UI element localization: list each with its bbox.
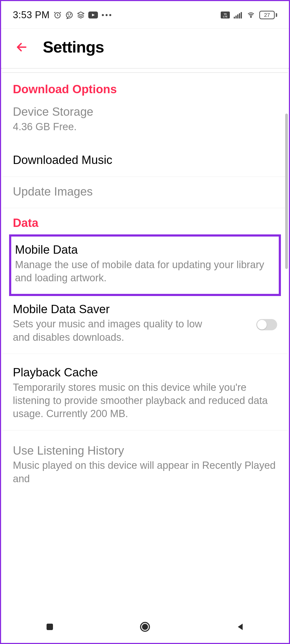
youtube-icon <box>88 12 98 18</box>
status-left: 3:53 PM ••• <box>13 9 113 21</box>
stack-icon <box>77 11 85 19</box>
history-sub: Music played on this device will appear … <box>13 459 277 485</box>
highlighted-row-mobile-data[interactable]: Mobile Data Manage the use of mobile dat… <box>9 234 281 296</box>
svg-rect-8 <box>237 14 238 18</box>
svg-text:LTE: LTE <box>223 15 227 18</box>
alarm-icon <box>54 11 62 19</box>
svg-point-15 <box>143 624 147 629</box>
nav-back-button[interactable] <box>232 619 248 635</box>
volte-icon: VoLTE <box>221 12 230 18</box>
nav-home-button[interactable] <box>137 619 153 635</box>
mobile-data-title: Mobile Data <box>15 243 275 257</box>
system-nav-bar <box>2 611 288 643</box>
cache-title: Playback Cache <box>13 366 277 379</box>
row-playback-cache[interactable]: Playback Cache Temporarily stores music … <box>2 354 288 430</box>
wifi-icon <box>246 12 255 18</box>
row-listening-history[interactable]: Use Listening History Music played on th… <box>2 430 288 495</box>
svg-rect-9 <box>239 13 240 19</box>
app-header: Settings <box>1 28 289 69</box>
scroll-indicator[interactable] <box>285 114 288 269</box>
svg-point-11 <box>250 17 251 17</box>
battery-level: 27 <box>264 12 270 18</box>
row-mobile-data-saver[interactable]: Mobile Data Saver Sets your music and im… <box>2 296 288 354</box>
status-time: 3:53 PM <box>13 9 50 21</box>
update-images-title: Update Images <box>13 185 277 199</box>
history-title: Use Listening History <box>13 444 277 458</box>
status-bar: 3:53 PM ••• VoLTE <box>1 1 289 27</box>
svg-rect-13 <box>47 624 53 630</box>
row-downloaded-music[interactable]: Downloaded Music <box>2 143 288 177</box>
svg-point-1 <box>66 12 72 18</box>
saver-toggle[interactable] <box>256 319 277 330</box>
device-storage-title: Device Storage <box>13 105 277 119</box>
signal-icon <box>234 12 243 18</box>
svg-rect-6 <box>234 17 235 19</box>
svg-rect-10 <box>241 12 242 18</box>
section-header-download: Download Options <box>2 73 288 97</box>
settings-list[interactable]: Download Options Device Storage 4.36 GB … <box>2 68 288 611</box>
saver-sub: Sets your music and images quality to lo… <box>13 317 219 344</box>
nav-recents-button[interactable] <box>42 619 58 635</box>
cache-sub: Temporarily stores music on this device … <box>13 381 277 421</box>
device-storage-sub: 4.36 GB Free. <box>13 120 277 133</box>
row-device-storage[interactable]: Device Storage 4.36 GB Free. <box>2 97 288 143</box>
section-header-data: Data <box>2 208 288 231</box>
whatsapp-icon <box>65 11 73 19</box>
svg-text:Vo: Vo <box>224 13 227 15</box>
battery-indicator: 27 <box>259 11 277 19</box>
device-frame: 3:53 PM ••• VoLTE <box>0 0 290 644</box>
row-update-images[interactable]: Update Images <box>2 177 288 208</box>
status-right: VoLTE 27 <box>221 11 277 19</box>
page-title: Settings <box>43 38 104 56</box>
more-notifications-icon: ••• <box>102 11 113 19</box>
section-gap <box>2 68 288 73</box>
back-button[interactable] <box>16 41 28 53</box>
mobile-data-sub: Manage the use of mobile data for updati… <box>15 258 275 285</box>
saver-title: Mobile Data Saver <box>13 302 219 316</box>
downloaded-music-title: Downloaded Music <box>13 153 277 167</box>
svg-rect-7 <box>235 16 236 18</box>
